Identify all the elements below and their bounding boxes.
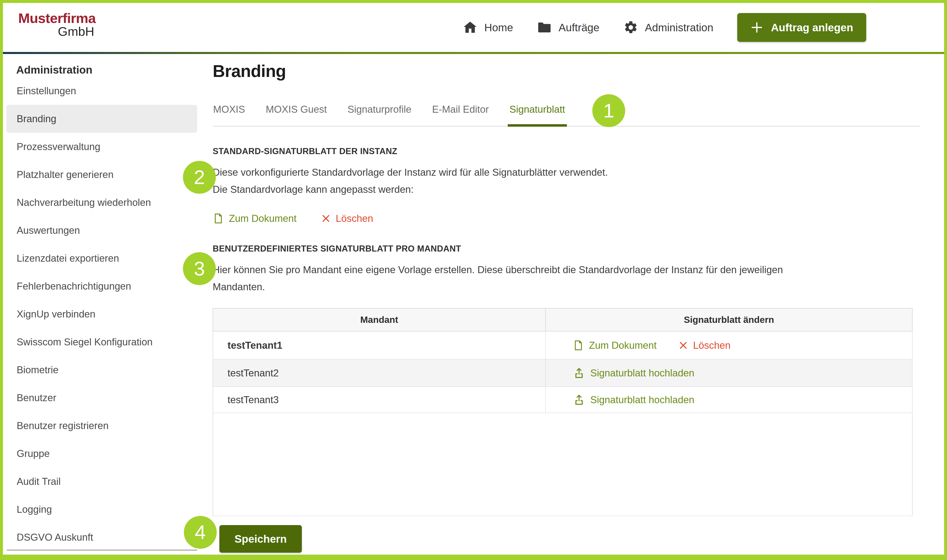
sidebar-item-branding[interactable]: Branding <box>6 105 197 133</box>
save-button[interactable]: Speichern <box>219 525 302 552</box>
create-order-label: Auftrag anlegen <box>771 22 853 34</box>
tenant3-upload-link[interactable]: Signaturblatt hochladen <box>573 394 912 406</box>
sidebar-item-nachverarbeitung-wiederholen[interactable]: Nachverarbeitung wiederholen <box>6 189 197 217</box>
main-content: Branding MOXIS MOXIS Guest Signaturprofi… <box>212 61 920 552</box>
sidebar-item-fehlerbenachrichtigungen[interactable]: Fehlerbenachrichtigungen <box>6 272 197 300</box>
sidebar-item-audit-trail[interactable]: Audit Trail <box>6 468 197 495</box>
create-order-button[interactable]: Auftrag anlegen <box>737 13 866 42</box>
section-standard-text: Diese vorkonfigurierte Standardvorlage d… <box>212 164 920 198</box>
column-header-mandant: Mandant <box>213 308 545 331</box>
tenant2-upload-link[interactable]: Signaturblatt hochladen <box>573 367 912 379</box>
sidebar-item-biometrie[interactable]: Biometrie <box>6 356 197 384</box>
standard-actions: Zum Dokument Löschen <box>212 213 920 224</box>
folder-icon <box>537 20 552 35</box>
section-standard-line1: Diese vorkonfigurierte Standardvorlage d… <box>212 164 920 181</box>
sidebar-item-benutzer-registrieren[interactable]: Benutzer registrieren <box>6 412 197 440</box>
section-custom-heading: BENUTZERDEFINIERTES SIGNATURBLATT PRO MA… <box>212 244 920 254</box>
sidebar-item-swisscom-siegel-konfiguration[interactable]: Swisscom Siegel Konfiguration <box>6 328 197 356</box>
sidebar-item-prozessverwaltung[interactable]: Prozessverwaltung <box>6 133 197 161</box>
tenant-actions-cell: Signaturblatt hochladen <box>545 386 912 413</box>
admin-sidebar: Administration Einstellungen Branding Pr… <box>6 61 197 551</box>
tenant2-upload-link-label: Signaturblatt hochladen <box>590 368 694 378</box>
logo-company-name: Musterfirma <box>18 11 95 25</box>
table-header-row: Mandant Signaturblatt ändern <box>213 308 912 331</box>
main-nav: Home Aufträge Administration Auftrag anl… <box>463 3 866 52</box>
standard-doc-link-label: Zum Dokument <box>229 213 297 224</box>
section-custom-line1: Hier können Sie pro Mandant eine eigene … <box>212 261 920 278</box>
company-logo: Musterfirma GmbH <box>18 11 95 38</box>
document-icon <box>212 213 224 224</box>
tab-signaturprofile[interactable]: Signaturprofile <box>347 104 412 126</box>
section-standard-heading: STANDARD-SIGNATURBLATT DER INSTANZ <box>212 146 920 156</box>
section-custom-line2: Mandanten. <box>212 278 920 295</box>
table-row-testtenant2: testTenant2 Signaturblatt hochladen <box>213 359 912 386</box>
tenant3-upload-link-label: Signaturblatt hochladen <box>590 394 694 405</box>
sidebar-item-xignup-verbinden[interactable]: XignUp verbinden <box>6 300 197 328</box>
header-divider <box>3 52 944 54</box>
app-page: Musterfirma GmbH Home Aufträge Admini <box>0 0 947 560</box>
annotation-badge-3: 3 <box>183 252 216 285</box>
column-header-signaturblatt-aendern: Signaturblatt ändern <box>545 308 912 331</box>
tenant-name-cell: testTenant1 <box>213 331 545 359</box>
annotation-badge-4: 4 <box>184 516 217 549</box>
sidebar-item-platzhalter-generieren[interactable]: Platzhalter generieren <box>6 161 197 189</box>
nav-label-auftraege: Aufträge <box>559 22 599 34</box>
annotation-badge-1: 1 <box>592 94 625 127</box>
upload-icon <box>573 367 585 379</box>
tenant-name-cell: testTenant3 <box>213 386 545 413</box>
standard-doc-link[interactable]: Zum Dokument <box>212 213 297 224</box>
tenant-actions-cell: Zum Dokument Löschen <box>545 331 912 359</box>
tab-moxis[interactable]: MOXIS <box>212 104 246 126</box>
sidebar-list: Einstellungen Branding Prozessverwaltung… <box>6 77 197 551</box>
standard-delete-link[interactable]: Löschen <box>321 213 373 224</box>
document-icon <box>573 340 584 351</box>
gear-icon <box>624 20 638 35</box>
sidebar-item-benutzer[interactable]: Benutzer <box>6 384 197 412</box>
nav-item-home[interactable]: Home <box>463 20 513 35</box>
sidebar-bottom-divider <box>7 550 197 551</box>
table-row-testtenant1: testTenant1 Zum Dokument <box>213 331 912 359</box>
annotation-frame-left <box>0 0 3 560</box>
app-header: Musterfirma GmbH Home Aufträge Admini <box>3 3 944 52</box>
tenant-actions-cell: Signaturblatt hochladen <box>545 359 912 386</box>
x-delete-icon <box>678 340 688 350</box>
sidebar-item-auswertungen[interactable]: Auswertungen <box>6 217 197 244</box>
tenant1-delete-link[interactable]: Löschen <box>678 340 730 351</box>
nav-item-auftraege[interactable]: Aufträge <box>537 20 599 35</box>
home-icon <box>463 20 477 35</box>
tab-moxis-guest[interactable]: MOXIS Guest <box>265 104 327 126</box>
nav-label-home: Home <box>484 22 513 34</box>
tab-signaturblatt[interactable]: Signaturblatt <box>509 104 565 126</box>
annotation-badge-2: 2 <box>183 161 216 194</box>
tenant1-delete-link-label: Löschen <box>693 340 730 351</box>
annotation-frame-bottom <box>0 555 947 560</box>
tenant-table: Mandant Signaturblatt ändern testTenant1 <box>212 308 913 516</box>
annotation-frame-right <box>944 0 947 560</box>
tenant1-doc-link-label: Zum Dokument <box>589 340 657 351</box>
annotation-frame-top <box>0 0 947 3</box>
page-title: Branding <box>212 61 920 81</box>
branding-tabs: MOXIS MOXIS Guest Signaturprofile E-Mail… <box>212 104 920 127</box>
sidebar-item-logging[interactable]: Logging <box>6 495 197 523</box>
sidebar-heading: Administration <box>6 61 197 78</box>
nav-item-administration[interactable]: Administration <box>624 20 713 35</box>
table-empty-area <box>213 413 912 516</box>
sidebar-item-dsgvo-auskunft[interactable]: DSGVO Auskunft <box>6 523 197 551</box>
logo-company-suffix: GmbH <box>18 25 95 38</box>
tenant1-actions: Zum Dokument Löschen <box>573 340 912 351</box>
x-delete-icon <box>321 214 331 223</box>
upload-icon <box>573 394 585 406</box>
tab-email-editor[interactable]: E-Mail Editor <box>432 104 489 126</box>
plus-icon <box>750 21 763 34</box>
section-standard-line2: Die Standardvorlage kann angepasst werde… <box>212 181 920 198</box>
standard-delete-link-label: Löschen <box>336 213 373 224</box>
section-custom-text: Hier können Sie pro Mandant eine eigene … <box>212 261 920 295</box>
sidebar-item-gruppe[interactable]: Gruppe <box>6 440 197 468</box>
sidebar-item-einstellungen[interactable]: Einstellungen <box>6 77 197 105</box>
sidebar-item-lizenzdatei-exportieren[interactable]: Lizenzdatei exportieren <box>6 244 197 272</box>
tenant-name-cell: testTenant2 <box>213 359 545 386</box>
table-row-testtenant3: testTenant3 Signaturblatt hochladen <box>213 386 912 413</box>
tenant1-doc-link[interactable]: Zum Dokument <box>573 340 657 351</box>
nav-label-administration: Administration <box>645 22 713 34</box>
